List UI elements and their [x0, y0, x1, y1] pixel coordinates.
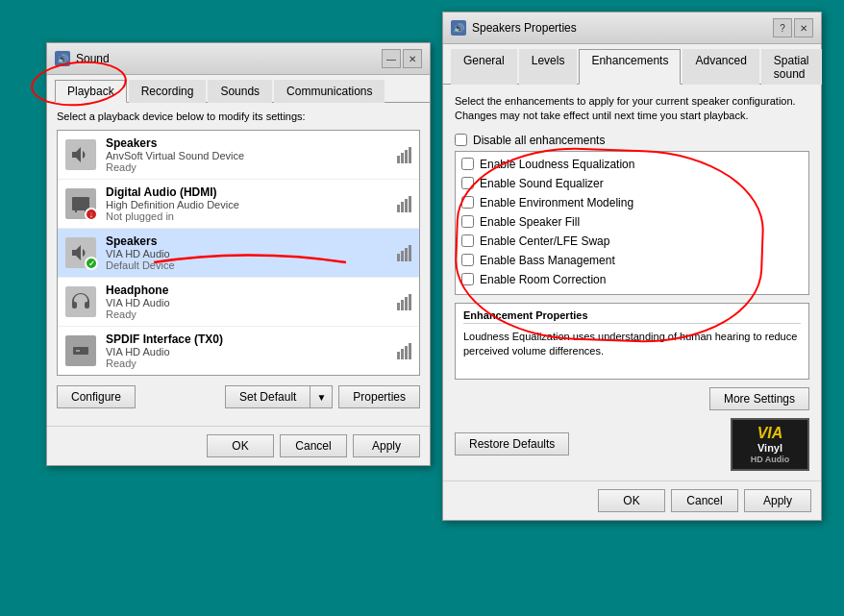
set-default-button[interactable]: Set Default — [225, 385, 310, 408]
device-info-spdif: SPDIF Interface (TX0) VIA HD Audio Ready — [106, 333, 387, 369]
tab-recording[interactable]: Recording — [129, 80, 207, 103]
enh-checkbox-6[interactable] — [461, 273, 474, 285]
level-bar — [405, 297, 408, 310]
enh-checkbox-0[interactable] — [461, 158, 474, 170]
disable-all-row[interactable]: Disable all enhancements — [455, 134, 809, 147]
level-bar — [409, 245, 411, 261]
level-bar — [405, 150, 408, 163]
level-bar — [405, 248, 408, 261]
level-bars-speaker2 — [397, 245, 411, 261]
enh-checkbox-3[interactable] — [461, 215, 474, 228]
level-bar — [401, 202, 404, 212]
enh-checkbox-5[interactable] — [461, 254, 474, 266]
props-close-button[interactable]: ✕ — [794, 18, 813, 37]
via-logo-text3: HD Audio — [740, 455, 800, 465]
sound-title-bar[interactable]: 🔊 Sound — ✕ — [47, 43, 430, 75]
props-apply-button[interactable]: Apply — [744, 489, 811, 512]
tab-levels[interactable]: Levels — [519, 49, 578, 85]
sound-content: Select a playback device below to modify… — [47, 103, 430, 426]
minimize-button[interactable]: — — [382, 49, 401, 68]
props-help-button[interactable]: ? — [773, 18, 792, 37]
configure-button[interactable]: Configure — [57, 385, 136, 408]
device-info-hdmi: Digital Audio (HDMI) High Definition Aud… — [106, 185, 387, 222]
enh-label-1: Enable Sound Equalizer — [480, 177, 604, 190]
enh-row-0[interactable]: Enable Loudness Equalization — [461, 156, 803, 173]
device-item-anvsoft[interactable]: Speakers AnvSoft Virtual Sound Device Re… — [58, 131, 419, 180]
device-sub-spdif: VIA HD Audio — [106, 346, 387, 357]
level-bar — [409, 343, 411, 359]
title-bar-controls: — ✕ — [382, 49, 422, 68]
enh-label-4: Enable Center/LFE Swap — [480, 234, 609, 248]
props-tabs: General Levels Enhancements Advanced Spa… — [443, 44, 821, 85]
device-item-headphone[interactable]: Headphone VIA HD Audio Ready — [58, 278, 419, 327]
device-sub-hdmi: High Definition Audio Device — [106, 199, 387, 210]
tab-spatial-sound[interactable]: Spatial sound — [761, 49, 822, 85]
enhancements-content: Select the enhancements to apply for you… — [443, 85, 821, 480]
props-window-icon: 🔊 — [451, 20, 466, 36]
properties-button[interactable]: Properties — [338, 385, 420, 408]
props-ok-button[interactable]: OK — [598, 489, 665, 512]
sound-tabs: Playback Recording Sounds Communications — [47, 75, 430, 103]
enh-row-4[interactable]: Enable Center/LFE Swap — [461, 233, 803, 250]
level-bar — [409, 196, 411, 212]
close-button[interactable]: ✕ — [403, 49, 422, 68]
error-badge-hdmi: ↓ — [85, 208, 98, 221]
svg-rect-2 — [76, 350, 80, 352]
more-settings-area: More Settings — [455, 387, 809, 410]
props-dialog-buttons: OK Cancel Apply — [443, 480, 821, 520]
set-default-group: Set Default ▼ — [225, 385, 333, 408]
tab-sounds[interactable]: Sounds — [208, 80, 272, 103]
restore-defaults-button[interactable]: Restore Defaults — [455, 432, 569, 456]
device-icon-spdif — [65, 335, 96, 366]
device-name-speaker1: Speakers — [106, 136, 387, 150]
enh-checkbox-1[interactable] — [461, 177, 474, 189]
tab-advanced[interactable]: Advanced — [683, 49, 758, 85]
tab-playback[interactable]: Playback — [55, 80, 127, 103]
enh-props-desc: Loudness Equalization uses understanding… — [463, 330, 801, 359]
device-item-via-speakers[interactable]: ✓ Speakers VIA HD Audio Default Device — [58, 229, 419, 278]
device-item-spdif[interactable]: SPDIF Interface (TX0) VIA HD Audio Ready — [58, 327, 419, 375]
device-status-headphone: Ready — [106, 308, 387, 320]
device-name-headphone: Headphone — [106, 283, 387, 297]
level-bar — [397, 205, 400, 212]
level-bar — [397, 254, 400, 261]
enh-checkbox-2[interactable] — [461, 196, 474, 209]
enh-checkbox-4[interactable] — [461, 234, 474, 247]
svg-rect-1 — [73, 347, 88, 355]
ok-badge-speakers: ✓ — [85, 257, 98, 270]
enh-label-0: Enable Loudness Equalization — [480, 158, 634, 171]
tab-communications[interactable]: Communications — [274, 80, 385, 103]
enh-row-5[interactable]: Enable Bass Management — [461, 252, 803, 269]
enhancement-list: Enable Loudness Equalization Enable Soun… — [455, 151, 809, 295]
sound-window-icon: 🔊 — [55, 51, 70, 66]
sound-apply-button[interactable]: Apply — [353, 434, 420, 457]
device-icon-hdmi: ↓ — [65, 188, 96, 219]
sound-cancel-button[interactable]: Cancel — [280, 434, 347, 457]
enh-label-3: Enable Speaker Fill — [480, 215, 580, 229]
tab-enhancements[interactable]: Enhancements — [579, 49, 681, 85]
device-icon-speaker2: ✓ — [65, 237, 96, 268]
device-item-hdmi[interactable]: ↓ Digital Audio (HDMI) High Definition A… — [58, 180, 419, 229]
level-bar — [397, 156, 400, 163]
level-bar — [401, 300, 404, 310]
props-cancel-button[interactable]: Cancel — [671, 489, 738, 512]
level-bars-hdmi — [397, 196, 411, 212]
device-name-hdmi: Digital Audio (HDMI) — [106, 185, 387, 199]
level-bars-speaker1 — [397, 147, 411, 163]
enh-row-1[interactable]: Enable Sound Equalizer — [461, 175, 803, 192]
tab-general[interactable]: General — [451, 49, 517, 85]
enh-label-2: Enable Environment Modeling — [480, 196, 633, 209]
enh-row-3[interactable]: Enable Speaker Fill — [461, 213, 803, 231]
sound-dialog-buttons: OK Cancel Apply — [47, 426, 430, 465]
via-logo-text2: Vinyl — [740, 442, 800, 455]
enh-row-2[interactable]: Enable Environment Modeling — [461, 194, 803, 211]
device-status-speaker1: Ready — [106, 161, 387, 173]
sound-ok-button[interactable]: OK — [207, 434, 274, 457]
disable-all-checkbox[interactable] — [455, 134, 467, 146]
device-info-speaker1: Speakers AnvSoft Virtual Sound Device Re… — [106, 136, 387, 173]
level-bar — [405, 346, 408, 359]
more-settings-button[interactable]: More Settings — [709, 387, 809, 410]
enh-row-6[interactable]: Enable Room Correction — [461, 271, 803, 288]
set-default-arrow[interactable]: ▼ — [310, 385, 333, 408]
props-title-bar[interactable]: 🔊 Speakers Properties ? ✕ — [443, 12, 821, 44]
